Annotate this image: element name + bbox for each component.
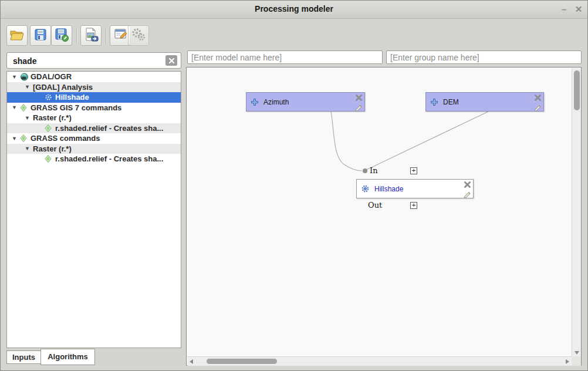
expander-icon[interactable]: ▼ [12, 74, 20, 80]
export-as-image-button[interactable] [80, 25, 102, 46]
tree-item-label: [GDAL] Analysis [33, 83, 93, 92]
parameter-node-dem[interactable]: DEM [425, 92, 544, 112]
save-model-button[interactable] [30, 25, 51, 46]
algorithm-label: Hillshade [374, 185, 403, 193]
clear-search-button[interactable] [165, 55, 177, 66]
save-model-as-button[interactable] [51, 25, 72, 46]
edit-help-icon [113, 28, 128, 43]
scrollbar-corner [572, 356, 581, 366]
delete-node-icon[interactable] [355, 93, 363, 104]
model-canvas[interactable]: Azimuth DEM In + [186, 67, 582, 366]
gdal-provider-icon [20, 73, 31, 81]
delete-node-icon[interactable] [534, 93, 542, 104]
expander-icon[interactable]: ▼ [25, 84, 33, 90]
toolbar-separator [106, 28, 106, 43]
gears-icon [131, 27, 146, 45]
plus-parameter-icon [430, 98, 438, 106]
in-expand-button[interactable]: + [410, 167, 417, 174]
tree-item-label: GRASS commands [31, 134, 100, 143]
edit-node-icon[interactable] [354, 104, 363, 114]
parameter-label: Azimuth [263, 98, 289, 106]
search-input[interactable] [12, 54, 161, 68]
horizontal-scrollbar-thumb[interactable] [207, 359, 277, 364]
minimize-button[interactable]: – [557, 3, 570, 16]
group-name-input[interactable] [386, 50, 582, 64]
grass-provider-icon [20, 104, 31, 112]
parameter-label: DEM [443, 98, 459, 106]
tree-item-gdal-ogr[interactable]: ▼ GDAL/OGR [7, 72, 181, 82]
tree-item-rshadedrelief[interactable]: r.shaded.relief - Creates sha... [7, 123, 181, 134]
scroll-left-arrow-icon[interactable] [190, 359, 193, 364]
vertical-scrollbar[interactable] [572, 68, 581, 356]
out-expand-button[interactable]: + [410, 202, 417, 209]
in-socket-dot[interactable] [363, 168, 367, 173]
tree-item-rshadedrelief[interactable]: r.shaded.relief - Creates sha... [7, 154, 181, 164]
grass-algorithm-icon [45, 155, 55, 163]
tree-item-label: GDAL/OGR [31, 72, 72, 81]
run-model-button[interactable] [128, 25, 149, 46]
algorithm-search-box [6, 52, 181, 69]
tree-item-gdal-analysis[interactable]: ▼ [GDAL] Analysis [7, 82, 181, 93]
horizontal-scrollbar[interactable] [187, 356, 572, 366]
processing-modeler-window: Processing modeler – ✕ [0, 0, 588, 371]
save-as-icon [55, 28, 69, 44]
tree-item-grass-commands[interactable]: ▼ GRASS commands [7, 133, 181, 144]
expander-icon[interactable]: ▼ [12, 104, 20, 110]
expander-icon[interactable]: ▼ [25, 115, 33, 121]
tree-item-label: r.shaded.relief - Creates sha... [55, 124, 163, 133]
tree-item-grass7-commands[interactable]: ▼ GRASS GIS 7 commands [7, 103, 181, 113]
tree-item-raster-group[interactable]: ▼ Raster (r.*) [7, 144, 181, 154]
in-label: In [370, 166, 378, 175]
window-title: Processing modeler [1, 4, 587, 14]
parameter-node-azimuth[interactable]: Azimuth [246, 92, 365, 112]
open-model-button[interactable] [6, 25, 28, 46]
tab-algorithms[interactable]: Algorithms [40, 349, 95, 365]
tab-inputs[interactable]: Inputs [6, 350, 41, 364]
clear-x-icon [168, 58, 175, 64]
algorithms-tree: ▼ GDAL/OGR ▼ [GDAL] Analysis Hillshade ▼… [6, 71, 181, 348]
tree-item-hillshade[interactable]: Hillshade [7, 92, 181, 103]
vertical-scrollbar-thumb[interactable] [574, 70, 580, 110]
title-bar[interactable]: Processing modeler – ✕ [1, 1, 587, 19]
delete-node-icon[interactable] [464, 180, 471, 191]
grass-algorithm-icon [45, 124, 55, 132]
tree-item-label: Raster (r.*) [33, 113, 72, 122]
out-label: Out [368, 201, 382, 210]
tree-item-label: r.shaded.relief - Creates sha... [55, 154, 163, 163]
toolbar-separator [76, 28, 77, 43]
tree-item-label: GRASS GIS 7 commands [31, 103, 121, 112]
edit-node-icon[interactable] [533, 104, 542, 114]
algorithm-gear-icon [45, 93, 55, 101]
plus-parameter-icon [251, 98, 259, 106]
scroll-right-arrow-icon[interactable] [566, 359, 569, 364]
export-image-icon [84, 28, 99, 44]
close-button[interactable]: ✕ [572, 3, 585, 16]
expander-icon[interactable]: ▼ [12, 136, 20, 141]
tree-item-label: Hillshade [55, 93, 89, 102]
expander-icon[interactable]: ▼ [25, 146, 33, 151]
tree-item-label: Raster (r.*) [33, 144, 72, 153]
scroll-down-arrow-icon[interactable] [575, 351, 579, 355]
grass-provider-icon [20, 134, 31, 142]
edit-node-icon[interactable] [463, 191, 471, 201]
algorithm-gear-icon [361, 184, 370, 193]
model-name-input[interactable] [187, 50, 383, 64]
algorithm-node-hillshade[interactable]: Hillshade [356, 179, 474, 198]
save-icon [33, 28, 48, 44]
open-folder-icon [9, 28, 25, 43]
tree-item-raster-group[interactable]: ▼ Raster (r.*) [7, 113, 181, 123]
